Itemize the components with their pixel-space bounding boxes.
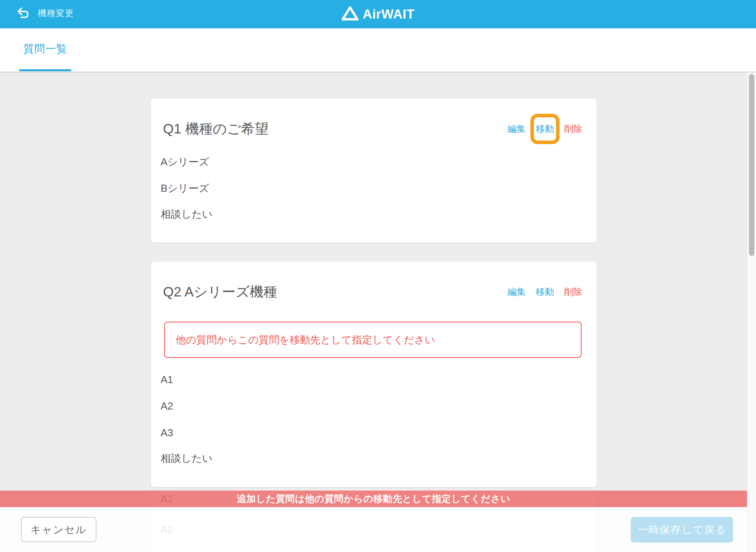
question-card-q1: Q1 機種のご希望 編集 移動 削除 Aシリーズ Bシリーズ 相談したい	[150, 98, 597, 243]
question-option: A1	[161, 372, 587, 387]
page: 機種変更 AirWAIT 質問一覧 A1 A2 Q1 機種のご希望 編集	[0, 0, 756, 552]
back-label: 機種変更	[38, 7, 74, 19]
scrollbar[interactable]	[747, 72, 756, 552]
question-option: Aシリーズ	[161, 155, 587, 169]
tab-label: 質問一覧	[19, 42, 71, 56]
edit-link[interactable]: 編集	[508, 286, 526, 298]
card-actions: 編集 移動 削除	[508, 123, 582, 135]
airwait-logo: AirWAIT	[341, 0, 415, 28]
tab-question-list[interactable]: 質問一覧	[19, 28, 71, 72]
tab-bar: 質問一覧	[0, 28, 756, 72]
back-icon	[16, 6, 31, 20]
move-link[interactable]: 移動	[536, 286, 554, 298]
move-link-wrap: 移動	[536, 123, 554, 135]
save-button[interactable]: 一時保存して戻る	[631, 517, 733, 543]
question-option: A2	[161, 399, 587, 413]
question-title: Q1 機種のご希望	[163, 120, 269, 138]
airwait-logo-text: AirWAIT	[363, 7, 415, 22]
move-link[interactable]: 移動	[536, 124, 554, 134]
alert-text: 他の質問からこの質問を移動先として指定してください	[176, 333, 435, 347]
back-button[interactable]: 機種変更	[16, 6, 74, 20]
alert-box: 他の質問からこの質問を移動先として指定してください	[164, 322, 582, 358]
airwait-logo-icon	[341, 6, 359, 23]
card-header: Q2 Aシリーズ機種 編集 移動 削除	[163, 283, 582, 300]
delete-link[interactable]: 削除	[564, 123, 582, 135]
question-option: 相談したい	[161, 451, 587, 465]
question-option: A3	[161, 426, 587, 440]
banner-text: 追加した質問は他の質問からの移動先として指定してください	[237, 493, 510, 505]
question-title: Q2 Aシリーズ機種	[163, 283, 277, 301]
card-header: Q1 機種のご希望 編集 移動 削除	[163, 120, 582, 137]
card-actions: 編集 移動 削除	[508, 286, 582, 298]
delete-link[interactable]: 削除	[564, 286, 582, 298]
question-card-q2: Q2 Aシリーズ機種 編集 移動 削除 他の質問からこの質問を移動先として指定し…	[150, 261, 597, 487]
bottom-banner: 追加した質問は他の質問からの移動先として指定してください	[0, 491, 747, 507]
question-option: Bシリーズ	[161, 181, 587, 195]
edit-link[interactable]: 編集	[508, 123, 526, 135]
footer-bar: キャンセル 一時保存して戻る	[0, 507, 747, 552]
scrollbar-thumb[interactable]	[749, 74, 754, 256]
tab-active-underline	[19, 69, 71, 71]
cancel-button[interactable]: キャンセル	[21, 517, 96, 542]
question-option: 相談したい	[161, 207, 587, 221]
app-header: 機種変更 AirWAIT	[0, 0, 756, 28]
